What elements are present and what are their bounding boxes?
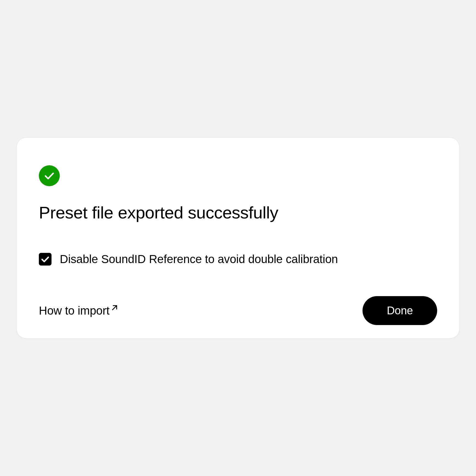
svg-line-0 [113, 305, 117, 310]
dialog-title: Preset file exported successfully [39, 203, 437, 222]
external-link-arrow-icon [110, 304, 119, 312]
how-to-import-link[interactable]: How to import [39, 304, 119, 317]
success-check-icon [39, 165, 60, 186]
disable-calibration-label: Disable SoundID Reference to avoid doubl… [60, 253, 338, 266]
disable-calibration-row: Disable SoundID Reference to avoid doubl… [39, 253, 437, 266]
dialog-footer: How to import Done [39, 296, 437, 325]
export-success-dialog: Preset file exported successfully Disabl… [17, 137, 459, 339]
import-link-label: How to import [39, 304, 109, 317]
done-button[interactable]: Done [363, 296, 437, 325]
disable-calibration-checkbox[interactable] [39, 253, 52, 266]
